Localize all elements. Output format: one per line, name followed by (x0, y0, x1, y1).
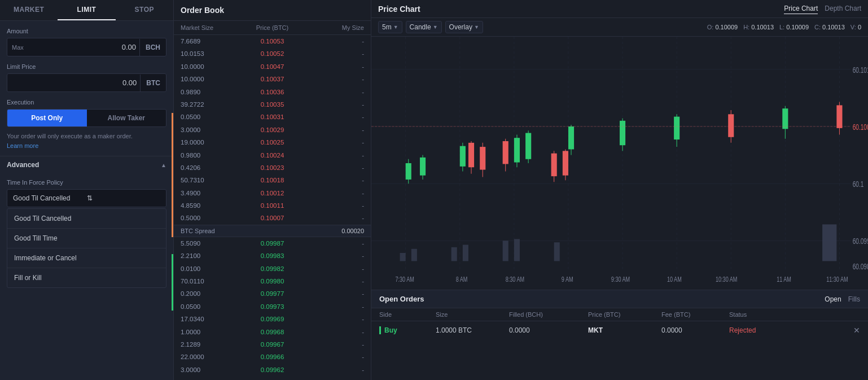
market-size-cell: 2.1289 (181, 339, 242, 350)
table-row[interactable]: 4.8590 0.10011 - (174, 199, 371, 212)
order-filled: 0.0000 (509, 326, 588, 334)
right-panel: Price Chart Price Chart Depth Chart 5m ▼… (371, 0, 868, 380)
my-size-cell: - (303, 87, 364, 97)
table-row[interactable]: 22.0000 0.09966 - (174, 351, 371, 363)
table-row[interactable]: 0.2000 0.09977 - (174, 287, 371, 300)
table-row[interactable]: 19.0000 0.10025 - (174, 136, 371, 148)
svg-rect-41 (503, 141, 508, 164)
table-row[interactable]: 1.0000 0.09968 - (174, 326, 371, 338)
svg-rect-27 (460, 146, 466, 167)
overlay-selector[interactable]: Overlay ▼ (445, 21, 483, 33)
market-size-cell: 3.4900 (181, 188, 242, 198)
svg-rect-14 (400, 253, 406, 261)
tab-depth-chart[interactable]: Depth Chart (825, 3, 861, 14)
order-side: Buy (379, 326, 436, 334)
table-row[interactable]: 39.2722 0.10035 - (174, 98, 371, 111)
price-cell: 0.09968 (242, 327, 303, 337)
svg-rect-43 (551, 154, 557, 176)
svg-text:9 AM: 9 AM (562, 275, 573, 283)
price-cell: 0.09977 (242, 289, 303, 299)
advanced-title: Advanced (7, 161, 39, 169)
oo-tab-open[interactable]: Open (825, 295, 841, 303)
svg-rect-16 (451, 247, 457, 261)
table-row[interactable]: 0.4206 0.10023 - (174, 161, 371, 174)
timeframe-arrow-icon: ▼ (393, 24, 398, 30)
table-row[interactable]: 0.4000 0.09961 - (174, 376, 371, 380)
table-row[interactable]: 17.0340 0.09969 - (174, 313, 371, 325)
my-size-cell: - (303, 339, 364, 350)
tab-limit[interactable]: LIMIT (58, 0, 115, 20)
dropdown-item-gtt[interactable]: Good Till Time (7, 229, 166, 248)
svg-rect-20 (554, 242, 560, 261)
allow-taker-btn[interactable]: Allow Taker (87, 110, 166, 126)
order-form: Amount Max 0.00 BCH Limit Price 0.00 BTC… (0, 21, 173, 380)
dropdown-item-fok[interactable]: Fill or Kill (7, 268, 166, 287)
candle-arrow-icon: ▼ (433, 24, 438, 30)
svg-text:7:30 AM: 7:30 AM (395, 275, 414, 283)
table-row[interactable]: 0.0500 0.10031 - (174, 111, 371, 123)
table-row[interactable]: 7.6689 0.10053 - (174, 35, 371, 47)
table-row[interactable]: 50.7310 0.10018 - (174, 174, 371, 186)
my-size-cell: - (303, 327, 364, 337)
table-row[interactable]: 3.4900 0.10012 - (174, 187, 371, 199)
table-row[interactable]: 0.9890 0.10036 - (174, 86, 371, 98)
dropdown-item-ioc[interactable]: Immediate or Cancel (7, 248, 166, 268)
price-cell: 0.09987 (242, 238, 303, 248)
market-size-cell: 22.0000 (181, 352, 242, 362)
advanced-header[interactable]: Advanced ▲ (0, 156, 173, 173)
svg-rect-39 (480, 147, 485, 169)
price-cell: 0.09961 (242, 377, 303, 380)
open-orders-title: Open Orders (379, 295, 424, 303)
table-row[interactable]: 2.2100 0.09983 - (174, 250, 371, 262)
main-layout: MARKET LIMIT STOP Amount Max 0.00 BCH Li… (0, 0, 868, 380)
table-row[interactable]: 10.0000 0.10037 - (174, 73, 371, 85)
tab-stop[interactable]: STOP (116, 0, 173, 20)
price-cell: 0.10024 (242, 150, 303, 160)
table-row[interactable]: 0.9800 0.10024 - (174, 149, 371, 161)
tab-price-chart[interactable]: Price Chart (784, 3, 818, 14)
price-cell: 0.10025 (242, 137, 303, 147)
table-row[interactable]: 0.0100 0.09982 - (174, 263, 371, 275)
execution-toggle: Post Only Allow Taker (7, 109, 166, 127)
order-book-panel: Order Book Market Size Price (BTC) My Si… (174, 0, 371, 380)
table-row[interactable]: 0.0500 0.09973 - (174, 300, 371, 313)
svg-rect-51 (782, 108, 788, 129)
market-size-cell: 10.0000 (181, 74, 242, 84)
oo-tab-fills[interactable]: Fills (848, 295, 860, 303)
candle-selector[interactable]: Candle ▼ (406, 21, 442, 33)
limit-price-input-row[interactable]: 0.00 BTC (7, 73, 166, 92)
chart-view-tabs: Price Chart Depth Chart (784, 3, 861, 14)
oo-table-header: Side Size Filled (BCH) Price (BTC) Fee (… (371, 308, 868, 321)
limit-price-value: 0.00 (7, 74, 140, 91)
open-orders-panel: Open Orders Open Fills Side Size Filled … (371, 290, 868, 380)
my-size-cell: - (303, 377, 364, 380)
market-size-cell: 0.0500 (181, 302, 242, 312)
price-cell: 0.09962 (242, 365, 303, 375)
table-row[interactable]: 10.0000 0.10047 - (174, 60, 371, 73)
table-row[interactable]: 3.0000 0.09962 - (174, 364, 371, 376)
svg-text:60.10013: 60.10013 (853, 123, 868, 132)
dropdown-item-gtc[interactable]: Good Til Cancelled (7, 209, 166, 229)
table-row[interactable]: 0.5000 0.10007 - (174, 212, 371, 224)
tab-market[interactable]: MARKET (0, 0, 58, 20)
table-row[interactable]: 3.0000 0.10029 - (174, 124, 371, 136)
order-book-title: Order Book (174, 0, 371, 21)
price-cell: 0.10031 (242, 112, 303, 122)
amount-input-row[interactable]: Max 0.00 BCH (7, 38, 166, 56)
open-orders-tabs: Open Fills (825, 295, 860, 303)
my-size-cell: - (303, 49, 364, 59)
table-row[interactable]: 2.1289 0.09967 - (174, 338, 371, 351)
table-row[interactable]: 5.5090 0.09987 - (174, 237, 371, 250)
time-in-force-select[interactable]: Good Til Cancelled ⇅ (7, 189, 166, 207)
spread-row: BTC Spread 0.00020 (174, 225, 371, 237)
table-row[interactable]: 10.0153 0.10052 - (174, 47, 371, 60)
ohlcv-c: C: 0.10013 (814, 24, 845, 30)
timeframe-selector[interactable]: 5m ▼ (378, 21, 402, 33)
close-order-button[interactable]: ✕ (853, 326, 860, 335)
learn-more-link[interactable]: Learn more (7, 142, 38, 149)
table-row[interactable]: 70.0110 0.09980 - (174, 275, 371, 287)
oo-header-price: Price (BTC) (588, 311, 661, 318)
post-only-btn[interactable]: Post Only (7, 110, 87, 126)
market-size-cell: 1.0000 (181, 327, 242, 337)
svg-text:10 AM: 10 AM (667, 275, 682, 283)
